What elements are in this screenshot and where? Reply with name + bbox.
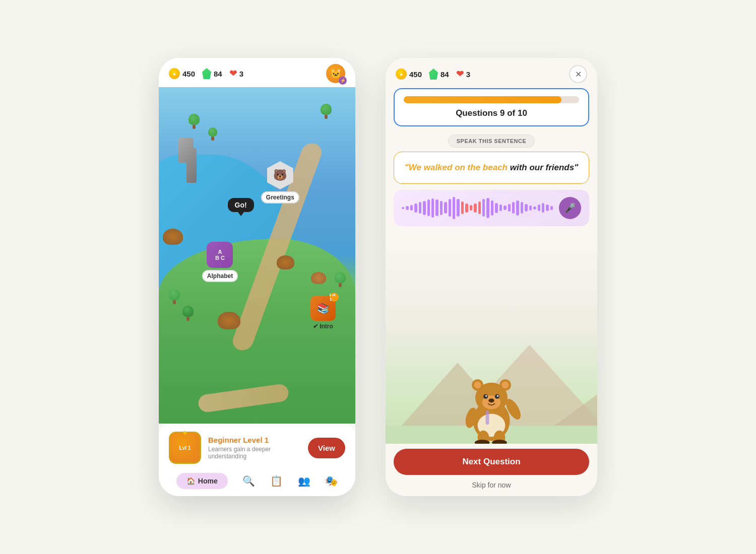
wave-bar-14	[461, 201, 464, 214]
bear-character	[451, 363, 532, 444]
wave-bar-8	[435, 199, 438, 216]
wave-bar-22	[495, 203, 497, 213]
wave-bar-23	[499, 204, 502, 211]
tree-4	[169, 289, 180, 304]
node-intro[interactable]: 📚 Lvl 1 ✔ Intro	[310, 296, 336, 330]
svg-point-17	[488, 398, 494, 402]
intro-text: Intro	[320, 323, 333, 330]
alphabet-label: Alphabet	[202, 270, 238, 282]
greetings-hex[interactable]: 🐻	[267, 161, 293, 189]
gem-icon	[202, 68, 211, 79]
svg-point-16	[497, 395, 498, 396]
search-icon[interactable]: 🔍	[242, 475, 255, 487]
right-heart-icon: ❤	[456, 68, 464, 80]
right-status-bar: ● 450 84 ❤ 3 ✕	[386, 58, 597, 88]
bottom-nav: 🏠 Home 🔍 📋 👥 🎭	[159, 468, 355, 496]
tree-5	[182, 306, 194, 321]
node-greetings[interactable]: 🐻 Greetings	[261, 161, 299, 203]
right-panel: ● 450 84 ❤ 3 ✕ Questions 9 of 10 SPEAK T…	[386, 58, 597, 496]
profile-icon[interactable]: 👥	[298, 475, 310, 487]
right-hearts-stat: ❤ 3	[456, 68, 470, 80]
progress-label: Questions 9 of 10	[404, 108, 579, 118]
wave-bar-28	[521, 202, 523, 214]
right-gem-icon	[429, 68, 438, 80]
home-icon: 🏠	[186, 477, 195, 485]
speak-badge: SPEAK THIS SENTENCE	[448, 134, 535, 148]
wave-bar-31	[533, 206, 536, 210]
heart-icon: ❤	[229, 68, 237, 79]
next-question-button[interactable]: Next Question	[394, 449, 589, 475]
right-gems-value: 84	[440, 70, 449, 79]
wave-bar-11	[449, 199, 451, 217]
wave-bar-33	[542, 203, 544, 213]
card-title: Beginner Level 1	[208, 436, 301, 444]
gems-stat: 84	[202, 68, 222, 79]
lessons-icon[interactable]: 📋	[270, 475, 283, 487]
abc-line2: B C	[215, 255, 225, 261]
mic-button[interactable]: 🎤	[559, 197, 581, 219]
mound-3	[311, 272, 326, 284]
left-status-bar: ● 450 84 ❤ 3 🐱	[159, 58, 355, 87]
level-badge-text: Lvl 1	[179, 445, 191, 451]
wave-bar-35	[550, 206, 553, 210]
card-title-orange: Level 1	[243, 436, 269, 444]
wave-bar-1	[406, 206, 408, 210]
intro-label: ✔ Intro	[313, 323, 333, 330]
view-button[interactable]: View	[308, 438, 345, 458]
wave-bar-2	[410, 205, 413, 211]
svg-point-9	[474, 382, 481, 389]
coins-value: 450	[182, 70, 195, 78]
wave-bar-19	[482, 199, 485, 217]
wave-bar-0	[402, 207, 404, 209]
tree-3	[321, 104, 332, 119]
wave-bar-34	[546, 204, 548, 211]
wave-bar-26	[512, 202, 515, 214]
gems-value: 84	[214, 70, 222, 78]
sentence-card: "We walked on the beach with our friends…	[394, 152, 589, 184]
tree-1	[188, 114, 200, 129]
right-coin-icon: ●	[396, 68, 407, 80]
level-badge-main: Lvl 1	[169, 432, 201, 464]
alphabet-icon[interactable]: A B C	[207, 242, 233, 268]
skip-link[interactable]: Skip for now	[386, 478, 597, 496]
right-coins-value: 450	[409, 70, 422, 79]
wave-bar-9	[440, 201, 443, 215]
svg-point-15	[485, 395, 487, 396]
wave-bar-12	[453, 197, 455, 219]
svg-rect-20	[486, 410, 489, 425]
sentence-part1: "We walked on the beach	[405, 163, 510, 172]
wave-bar-17	[474, 203, 476, 213]
settings-icon[interactable]: 🎭	[325, 475, 338, 487]
wave-bar-21	[491, 200, 493, 216]
node-alphabet[interactable]: A B C Alphabet	[202, 242, 238, 282]
abc-line1: A	[218, 249, 222, 255]
wave-bar-4	[419, 202, 421, 214]
tree-6	[335, 272, 346, 287]
coin-icon: ●	[169, 68, 180, 79]
home-label: Home	[198, 477, 218, 485]
waveform-card: 🎤	[394, 190, 589, 226]
go-bubble: Go!	[228, 198, 254, 212]
progress-card: Questions 9 of 10	[394, 88, 589, 126]
wave-bar-16	[470, 205, 472, 211]
wave-bar-10	[444, 202, 447, 214]
close-button[interactable]: ✕	[569, 65, 587, 83]
go-bubble-container: Go!	[228, 198, 254, 212]
greetings-label: Greetings	[261, 191, 299, 203]
wave-bar-13	[457, 199, 459, 217]
card-title-plain: Beginner	[208, 436, 243, 444]
svg-point-11	[502, 382, 509, 389]
progress-bar-fill	[404, 96, 561, 103]
hearts-stat: ❤ 3	[229, 68, 243, 79]
intro-book-icon[interactable]: 📚 Lvl 1	[310, 296, 336, 321]
cliff-2	[186, 148, 197, 183]
speak-label-container: SPEAK THIS SENTENCE	[394, 134, 589, 148]
avatar: 🐱	[326, 64, 345, 83]
mound-2	[277, 255, 294, 269]
progress-bar-track	[404, 96, 579, 103]
mound-1	[163, 229, 183, 245]
wave-bar-6	[427, 199, 430, 216]
wave-bar-24	[503, 205, 506, 210]
left-phone: ● 450 84 ❤ 3 🐱	[159, 58, 355, 496]
nav-home[interactable]: 🏠 Home	[176, 473, 228, 489]
